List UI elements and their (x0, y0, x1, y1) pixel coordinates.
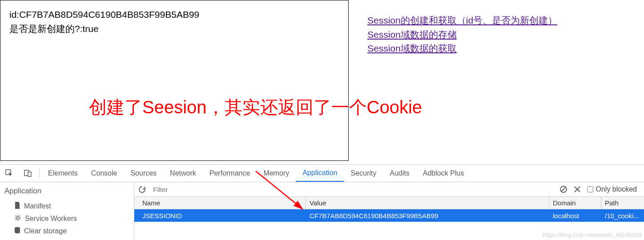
device-toggle-icon[interactable] (19, 165, 37, 182)
cookies-table-header: Name Value Domain Path (134, 197, 644, 209)
link-session-get[interactable]: Session域数据的获取 (367, 41, 557, 56)
annotation-text: 创建了Seesion，其实还返回了一个Cookie (89, 95, 422, 120)
col-header-domain[interactable]: Domain (549, 199, 601, 207)
links-panel: Session的创建和获取（id号、是否为新创建） Session域数据的存储 … (349, 0, 557, 164)
tab-console[interactable]: Console (85, 165, 124, 182)
devtools-panel: Elements Console Sources Network Perform… (0, 164, 644, 240)
sidebar-item-label: Service Workers (25, 215, 77, 223)
inspect-icon[interactable] (0, 165, 19, 182)
sidebar-heading-application: Application (4, 186, 134, 200)
reload-icon[interactable] (138, 185, 146, 193)
table-row[interactable]: JSESSIONID CF7B7AB8D594C6190B4B853F99B5A… (134, 209, 644, 222)
link-session-create[interactable]: Session的创建和获取（id号、是否为新创建） (367, 13, 557, 28)
file-icon (14, 202, 20, 211)
tab-adblock-plus[interactable]: Adblock Plus (416, 165, 471, 182)
session-isnew-text: 是否是新创建的?:true (9, 22, 339, 36)
tab-sources[interactable]: Sources (124, 165, 163, 182)
tab-elements[interactable]: Elements (41, 165, 85, 182)
clear-all-icon[interactable] (559, 185, 568, 193)
cell-domain: localhost (549, 212, 601, 220)
devtools-tab-bar: Elements Console Sources Network Perform… (0, 165, 644, 182)
gear-icon (14, 214, 21, 223)
sidebar-item-label: Clear storage (24, 227, 67, 235)
filter-input[interactable] (150, 184, 555, 195)
watermark-text: https://blog.csdn.net/weixin_46146269 (543, 232, 641, 238)
col-header-path[interactable]: Path (601, 199, 644, 207)
filter-bar: Only blocked (134, 182, 644, 197)
separator (39, 169, 40, 178)
sidebar-item-manifest[interactable]: Manifest (4, 200, 134, 212)
tab-network[interactable]: Network (163, 165, 203, 182)
col-header-value[interactable]: Value (306, 199, 549, 207)
delete-icon[interactable] (574, 186, 581, 193)
tab-memory[interactable]: Memory (257, 165, 296, 182)
application-sidebar: Application Manifest Service Workers Cle… (0, 182, 134, 240)
tab-performance[interactable]: Performance (203, 165, 257, 182)
cell-path: /10_cooki... (601, 212, 644, 220)
iframe-result-panel: id:CF7B7AB8D594C6190B4B853F99B5AB99 是否是新… (0, 0, 349, 161)
storage-icon (14, 227, 20, 236)
sidebar-item-label: Manifest (24, 202, 51, 210)
cell-name: JSESSIONID (134, 212, 306, 220)
tab-security[interactable]: Security (344, 165, 383, 182)
sidebar-item-clear-storage[interactable]: Clear storage (4, 225, 134, 237)
sidebar-item-service-workers[interactable]: Service Workers (4, 212, 134, 225)
svg-point-3 (16, 216, 19, 219)
session-id-text: id:CF7B7AB8D594C6190B4B853F99B5AB99 (9, 8, 339, 22)
link-session-store[interactable]: Session域数据的存储 (367, 28, 557, 42)
cell-value: CF7B7AB8D594C6190B4B853F99B5AB99 (306, 212, 549, 220)
col-header-name[interactable]: Name (134, 199, 306, 207)
only-blocked-label: Only blocked (596, 185, 637, 193)
svg-line-6 (561, 187, 566, 192)
tab-application[interactable]: Application (296, 165, 344, 182)
only-blocked-checkbox[interactable]: Only blocked (587, 185, 637, 193)
only-blocked-input[interactable] (587, 186, 593, 192)
svg-rect-2 (28, 172, 31, 176)
tab-audits[interactable]: Audits (383, 165, 416, 182)
